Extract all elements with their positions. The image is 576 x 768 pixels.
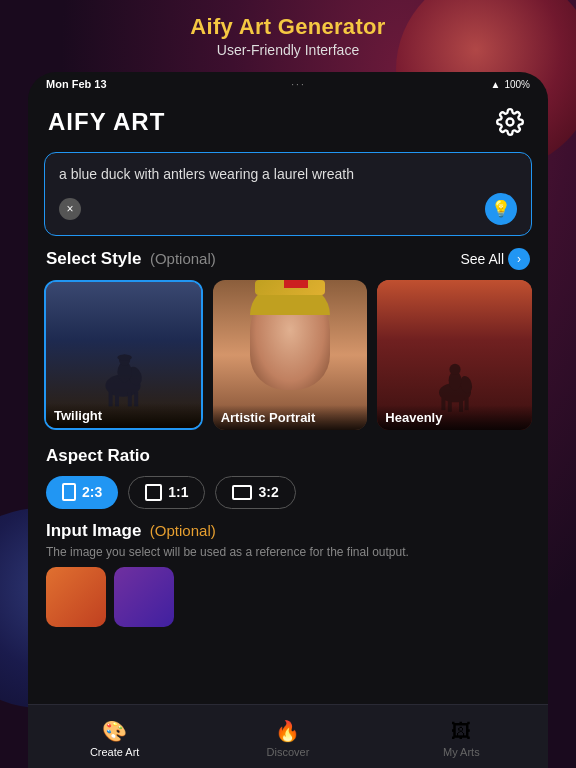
marketing-subtitle: User-Friendly Interface [0,42,576,58]
bottom-navigation: 🎨 Create Art 🔥 Discover 🖼 My Arts [28,704,548,768]
input-image-section: Input Image (Optional) The image you sel… [28,521,548,559]
crown-gem-left [284,280,296,288]
status-time: Mon Feb 13 [46,78,107,90]
create-art-label: Create Art [90,746,140,758]
status-bar: Mon Feb 13 ··· ▲ 100% [28,72,548,94]
prompt-text: a blue duck with antlers wearing a laure… [59,165,517,185]
wifi-icon: ▲ [491,79,501,90]
style-card-portrait[interactable]: Artistic Portrait [213,280,368,430]
style-optional: (Optional) [150,250,216,267]
see-all-arrow-icon: › [508,248,530,270]
my-arts-icon: 🖼 [451,720,471,743]
portrait-icon [62,483,76,501]
my-arts-label: My Arts [443,746,480,758]
gear-icon [496,108,524,136]
see-all-label: See All [460,251,504,267]
twilight-silhouette [88,328,158,408]
crown-gem-right [296,280,308,288]
image-thumbnails [28,559,548,627]
prompt-input-container[interactable]: a blue duck with antlers wearing a laure… [44,152,532,236]
portrait-label: Artistic Portrait [213,405,368,430]
input-image-optional: (Optional) [150,522,216,539]
input-image-title: Input Image [46,521,141,540]
aspect-ratio-section: Aspect Ratio 2:3 1:1 3:2 [28,444,548,521]
style-title: Select Style [46,249,141,268]
bottom-spacer [28,627,548,707]
lightbulb-button[interactable]: 💡 [485,193,517,225]
aspect-2-3-label: 2:3 [82,484,102,500]
device-frame: Mon Feb 13 ··· ▲ 100% AIFY ART a blue du… [28,72,548,768]
square-icon [145,484,162,501]
landscape-icon [232,485,252,500]
style-card-twilight[interactable]: Twilight [44,280,203,430]
app-title: AIFY ART [48,108,165,136]
twilight-label: Twilight [46,403,201,428]
scroll-content: AIFY ART a blue duck with antlers wearin… [28,94,548,726]
aspect-ratio-title: Aspect Ratio [46,446,530,466]
style-section-header: Select Style (Optional) See All › [28,248,548,280]
discover-icon: 🔥 [275,719,300,743]
nav-discover[interactable]: 🔥 Discover [201,715,374,758]
aspect-1-1-label: 1:1 [168,484,188,500]
input-image-title-row: Input Image (Optional) [46,521,530,541]
style-card-heavenly[interactable]: Heavenly [377,280,532,430]
see-all-button[interactable]: See All › [460,248,530,270]
style-cards-container: Twilight Artistic Portrait [28,280,548,444]
svg-point-0 [507,119,514,126]
heavenly-label: Heavenly [377,405,532,430]
thumbnail-1[interactable] [46,567,106,627]
marketing-header: Aify Art Generator User-Friendly Interfa… [0,0,576,68]
status-dots: ··· [291,79,305,90]
aspect-ratio-2-3[interactable]: 2:3 [46,476,118,509]
battery-icon: 100% [504,79,530,90]
aspect-3-2-label: 3:2 [258,484,278,500]
prompt-actions: × 💡 [59,193,517,225]
create-art-icon: 🎨 [102,719,127,743]
marketing-title: Aify Art Generator [0,14,576,40]
nav-create-art[interactable]: 🎨 Create Art [28,715,201,758]
svg-point-9 [118,354,132,360]
aspect-options: 2:3 1:1 3:2 [46,476,530,509]
app-header: AIFY ART [28,94,548,148]
thumbnail-2[interactable] [114,567,174,627]
input-image-description: The image you select will be used as a r… [46,545,530,559]
status-icons: ▲ 100% [491,79,530,90]
svg-point-17 [449,363,460,374]
settings-button[interactable] [492,104,528,140]
clear-prompt-button[interactable]: × [59,198,81,220]
heavenly-silhouette [422,335,487,415]
nav-my-arts[interactable]: 🖼 My Arts [375,716,548,758]
aspect-ratio-1-1[interactable]: 1:1 [128,476,205,509]
style-section-title: Select Style (Optional) [46,249,216,269]
discover-label: Discover [267,746,310,758]
aspect-ratio-3-2[interactable]: 3:2 [215,476,295,509]
